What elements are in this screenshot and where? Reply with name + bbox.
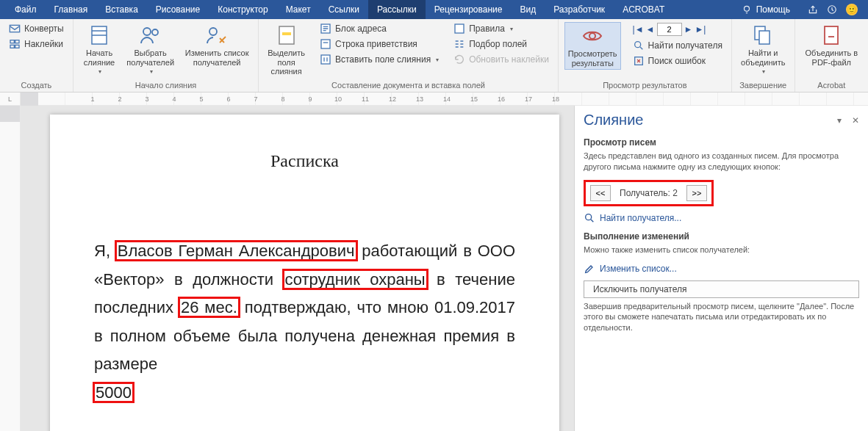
preview-hint: Здесь представлен вид одного из созданны…	[575, 151, 868, 177]
group-compose: Выделить поля слияния Блок адреса Строка…	[259, 19, 559, 92]
group-label: Начало слияния	[79, 81, 253, 92]
pane-title: Слияние	[584, 112, 643, 128]
mail-merge-pane: Слияние ▾ ✕ Просмотр писем Здесь предста…	[574, 106, 868, 431]
tab-file[interactable]: Файл	[6, 0, 46, 19]
share-icon[interactable]	[808, 4, 818, 15]
group-preview: Просмотреть результаты |◄ ◄ ► ►| Найти п…	[559, 19, 732, 92]
svg-rect-22	[825, 26, 838, 44]
changes-hint: Можно также изменить список получателей:	[575, 245, 868, 260]
vertical-ruler[interactable]	[0, 106, 21, 431]
svg-point-9	[152, 29, 158, 35]
tab-layout[interactable]: Макет	[277, 0, 320, 19]
merge-field-name: Власов Герман Александрович	[116, 242, 356, 260]
highlight-icon	[275, 23, 298, 47]
feedback-smile-icon[interactable]: 🙂	[846, 4, 858, 15]
recipient-label: Получатель: 2	[615, 188, 682, 198]
tab-review[interactable]: Рецензирование	[426, 0, 512, 19]
highlight-fields-button[interactable]: Выделить поля слияния	[265, 22, 308, 78]
address-icon	[320, 23, 331, 35]
pane-options-icon[interactable]: ▾	[837, 115, 842, 126]
tab-home[interactable]: Главная	[46, 0, 97, 19]
ruler-corner[interactable]: L	[0, 93, 21, 106]
exclude-recipient-button[interactable]: Исключить получателя	[584, 280, 859, 298]
prev-record-icon[interactable]: ◄	[646, 24, 655, 35]
tab-developer[interactable]: Разработчик	[545, 0, 614, 19]
merge-field-position: сотрудник охраны	[284, 270, 427, 289]
merge-field-months: 26 мес.	[179, 298, 239, 316]
recipient-nav: << Получатель: 2 >>	[584, 180, 714, 206]
svg-point-10	[209, 28, 217, 35]
record-nav[interactable]: |◄ ◄ ► ►|	[630, 22, 725, 37]
next-recipient-button[interactable]: >>	[686, 185, 707, 201]
record-number-input[interactable]	[657, 23, 682, 36]
edit-list-icon	[205, 23, 229, 47]
tab-view[interactable]: Вид	[511, 0, 545, 19]
rules-button[interactable]: Правила▾	[451, 22, 552, 35]
svg-rect-16	[455, 24, 464, 33]
group-label: Завершение	[738, 81, 789, 92]
svg-rect-21	[759, 31, 770, 44]
edit-icon	[584, 263, 595, 275]
finish-hint: Завершив предварительный просмотр писем,…	[575, 301, 868, 338]
merge-pdf-button[interactable]: Объединить в PDF-файл	[801, 22, 862, 68]
find-recipient-button[interactable]: Найти получателя	[630, 39, 725, 52]
match-icon	[453, 38, 465, 50]
insert-merge-field-button[interactable]: Вставить поле слияния▾	[317, 53, 442, 66]
envelope-icon	[9, 23, 21, 35]
last-record-icon[interactable]: ►|	[695, 24, 706, 35]
greeting-line-button[interactable]: Строка приветствия	[317, 37, 442, 51]
svg-rect-4	[15, 40, 19, 43]
rules-icon	[453, 23, 465, 35]
prev-recipient-button[interactable]: <<	[590, 185, 611, 201]
finish-icon	[751, 23, 775, 47]
next-record-icon[interactable]: ►	[684, 24, 693, 35]
match-fields-button[interactable]: Подбор полей	[451, 37, 552, 51]
svg-point-17	[589, 33, 595, 39]
tab-draw[interactable]: Рисование	[147, 0, 209, 19]
edit-list-link[interactable]: Изменить список...	[575, 260, 868, 278]
group-acrobat: Объединить в PDF-файл Acrobat	[795, 19, 868, 92]
workarea: Расписка Я, Власов Герман Александрович …	[0, 106, 868, 431]
preview-icon	[581, 24, 604, 48]
group-create: Конверты Наклейки Создать	[0, 19, 73, 92]
tab-references[interactable]: Ссылки	[320, 0, 368, 19]
svg-rect-6	[15, 45, 19, 48]
tab-mailings[interactable]: Рассылки	[368, 0, 426, 19]
select-recipients-button[interactable]: Выбрать получателей▾	[123, 22, 177, 76]
envelopes-button[interactable]: Конверты	[6, 22, 67, 35]
horizontal-ruler[interactable]: L 123456789101112131415161718	[0, 93, 868, 106]
labels-button[interactable]: Наклейки	[6, 37, 67, 51]
doc-text: Я,	[94, 242, 116, 260]
update-labels-button: Обновить наклейки	[451, 53, 552, 66]
errors-icon	[633, 55, 645, 67]
help-button[interactable]: Помощь	[733, 0, 799, 19]
svg-rect-5	[10, 45, 14, 48]
document-page[interactable]: Расписка Я, Власов Герман Александрович …	[50, 115, 559, 431]
first-record-icon[interactable]: |◄	[633, 24, 644, 35]
tab-design[interactable]: Конструктор	[209, 0, 276, 19]
document-canvas[interactable]: Расписка Я, Власов Герман Александрович …	[21, 106, 574, 431]
menubar: Файл Главная Вставка Рисование Конструкт…	[0, 0, 868, 19]
edit-recipients-button[interactable]: Изменить список получателей	[182, 22, 252, 68]
svg-rect-12	[282, 32, 291, 35]
address-block-button[interactable]: Блок адреса	[317, 22, 442, 35]
preview-results-button[interactable]: Просмотреть результаты	[564, 22, 621, 70]
ribbon: Конверты Наклейки Создать Начать слияние…	[0, 19, 868, 93]
history-icon[interactable]	[827, 4, 837, 15]
start-merge-icon	[87, 23, 111, 47]
svg-rect-14	[321, 40, 330, 48]
check-errors-button[interactable]: Поиск ошибок	[630, 54, 725, 68]
start-merge-button[interactable]: Начать слияние▾	[79, 22, 120, 76]
pane-close-icon[interactable]: ✕	[852, 115, 859, 126]
tab-insert[interactable]: Вставка	[96, 0, 147, 19]
group-start-merge: Начать слияние▾ Выбрать получателей▾ Изм…	[73, 19, 259, 92]
group-label: Составление документа и вставка полей	[265, 81, 552, 92]
doc-body[interactable]: Я, Власов Герман Александрович работающи…	[94, 237, 515, 407]
group-label: Acrobat	[801, 81, 862, 92]
find-recipient-link[interactable]: Найти получателя...	[575, 209, 868, 227]
section-preview-heading: Просмотр писем	[575, 133, 868, 151]
finish-merge-button[interactable]: Найти и объединить▾	[738, 22, 789, 76]
svg-point-0	[744, 6, 749, 11]
tab-acrobat[interactable]: ACROBAT	[614, 0, 673, 19]
lightbulb-icon	[742, 4, 752, 15]
